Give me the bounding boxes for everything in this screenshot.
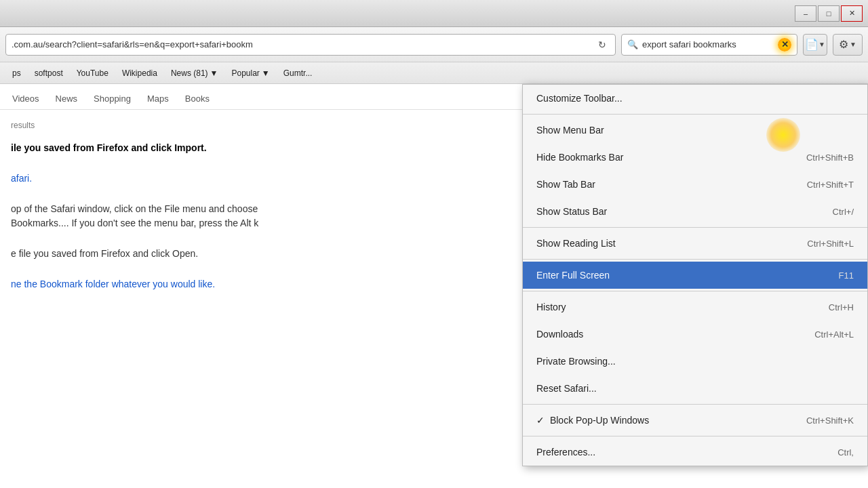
separator-6 xyxy=(523,436,867,436)
search-query-text: export safari bookmarks xyxy=(642,39,774,49)
menu-preferences[interactable]: Preferences... Ctrl, xyxy=(523,439,867,466)
menu-label-downloads: Downloads xyxy=(536,329,583,340)
menu-show-menu-bar[interactable]: Show Menu Bar xyxy=(523,117,867,144)
url-text: .com.au/search?client=safari&rls=en&q=ex… xyxy=(12,39,595,49)
bookmark-popular[interactable]: Popular ▼ xyxy=(226,66,275,80)
popular-dropdown-icon: ▼ xyxy=(262,68,270,78)
menu-shortcut-show-status-bar: Ctrl+/ xyxy=(833,207,854,217)
separator-4 xyxy=(523,291,867,291)
close-search-icon: ✕ xyxy=(781,39,789,49)
news-dropdown-icon: ▼ xyxy=(210,68,218,78)
menu-reset-safari[interactable]: Reset Safari... xyxy=(523,375,867,402)
window-titlebar: – □ ✕ xyxy=(0,0,868,27)
bookmark-softpost[interactable]: softpost xyxy=(29,66,68,80)
menu-show-reading-list[interactable]: Show Reading List Ctrl+Shift+L xyxy=(523,230,867,257)
menu-label-show-reading-list: Show Reading List xyxy=(536,238,616,249)
menu-shortcut-preferences: Ctrl, xyxy=(837,447,854,458)
bookmark-wikipedia[interactable]: Wikipedia xyxy=(117,66,163,80)
menu-customize-toolbar[interactable]: Customize Toolbar... xyxy=(523,85,867,112)
menu-label-enter-full-screen: Enter Full Screen xyxy=(536,270,610,281)
menu-downloads[interactable]: Downloads Ctrl+Alt+L xyxy=(523,321,867,348)
separator-1 xyxy=(523,114,867,115)
minimize-button[interactable]: – xyxy=(795,5,816,22)
menu-label-show-tab-bar: Show Tab Bar xyxy=(536,179,595,190)
menu-block-popups[interactable]: ✓ Block Pop-Up Windows Ctrl+Shift+K xyxy=(523,407,867,434)
bookmark-ps[interactable]: ps xyxy=(7,66,26,80)
bookmark-news[interactable]: News (81) ▼ xyxy=(165,66,224,80)
refresh-button[interactable]: ↻ xyxy=(595,37,610,52)
menu-shortcut-downloads: Ctrl+Alt+L xyxy=(814,329,854,340)
menu-shortcut-show-tab-bar: Ctrl+Shift+T xyxy=(807,180,854,190)
menu-hide-bookmarks-bar[interactable]: Hide Bookmarks Bar Ctrl+Shift+B xyxy=(523,144,867,171)
menu-label-hide-bookmarks-bar: Hide Bookmarks Bar xyxy=(536,152,623,163)
gear-icon: ⚙ xyxy=(839,38,848,51)
menu-shortcut-enter-full-screen: F11 xyxy=(839,270,854,281)
menu-show-status-bar[interactable]: Show Status Bar Ctrl+/ xyxy=(523,198,867,225)
page-icon: 📄 xyxy=(805,38,818,51)
toolbar: .com.au/search?client=safari&rls=en&q=ex… xyxy=(0,27,868,62)
menu-shortcut-block-popups: Ctrl+Shift+K xyxy=(806,415,854,426)
menu-label-customize: Customize Toolbar... xyxy=(536,93,623,104)
dropdown-menu: Customize Toolbar... Show Menu Bar Hide … xyxy=(522,84,868,466)
bookmark-gumtree[interactable]: Gumtr... xyxy=(278,66,318,80)
address-bar[interactable]: .com.au/search?client=safari&rls=en&q=ex… xyxy=(5,34,616,56)
menu-enter-full-screen[interactable]: Enter Full Screen F11 xyxy=(523,262,867,289)
dropdown-overlay: Customize Toolbar... Show Menu Bar Hide … xyxy=(0,84,868,488)
menu-shortcut-hide-bookmarks-bar: Ctrl+Shift+B xyxy=(806,152,854,163)
menu-shortcut-show-reading-list: Ctrl+Shift+L xyxy=(807,239,854,249)
separator-2 xyxy=(523,227,867,228)
bookmarks-bar: ps softpost YouTube Wikipedia News (81) … xyxy=(0,62,868,84)
separator-5 xyxy=(523,404,867,405)
menu-label-history: History xyxy=(536,302,566,312)
restore-button[interactable]: □ xyxy=(818,5,840,22)
search-icon: 🔍 xyxy=(627,39,638,49)
page-arrow-icon: ▼ xyxy=(818,41,825,48)
menu-show-tab-bar[interactable]: Show Tab Bar Ctrl+Shift+T xyxy=(523,171,867,198)
close-button[interactable]: ✕ xyxy=(841,5,863,22)
clear-search-button[interactable]: ✕ xyxy=(778,38,791,52)
menu-shortcut-history: Ctrl+H xyxy=(829,302,854,312)
bookmark-youtube[interactable]: YouTube xyxy=(71,66,114,80)
menu-label-show-menu-bar: Show Menu Bar xyxy=(536,125,604,136)
gear-button[interactable]: ⚙ ▼ xyxy=(833,34,863,56)
checkmark-icon: ✓ xyxy=(536,415,545,426)
gear-arrow-icon: ▼ xyxy=(850,41,856,48)
menu-label-reset-safari: Reset Safari... xyxy=(536,383,597,394)
separator-3 xyxy=(523,259,867,260)
menu-label-private-browsing: Private Browsing... xyxy=(536,356,616,367)
main-area: Videos News Shopping Maps Books results … xyxy=(0,84,868,488)
page-icon-button[interactable]: 📄 ▼ xyxy=(803,34,827,56)
search-bar[interactable]: 🔍 export safari bookmarks ✕ xyxy=(621,34,797,56)
menu-private-browsing[interactable]: Private Browsing... xyxy=(523,348,867,375)
menu-history[interactable]: History Ctrl+H xyxy=(523,293,867,321)
menu-label-show-status-bar: Show Status Bar xyxy=(536,206,607,217)
menu-label-block-popups: ✓ Block Pop-Up Windows xyxy=(536,415,649,426)
menu-label-preferences: Preferences... xyxy=(536,447,595,458)
